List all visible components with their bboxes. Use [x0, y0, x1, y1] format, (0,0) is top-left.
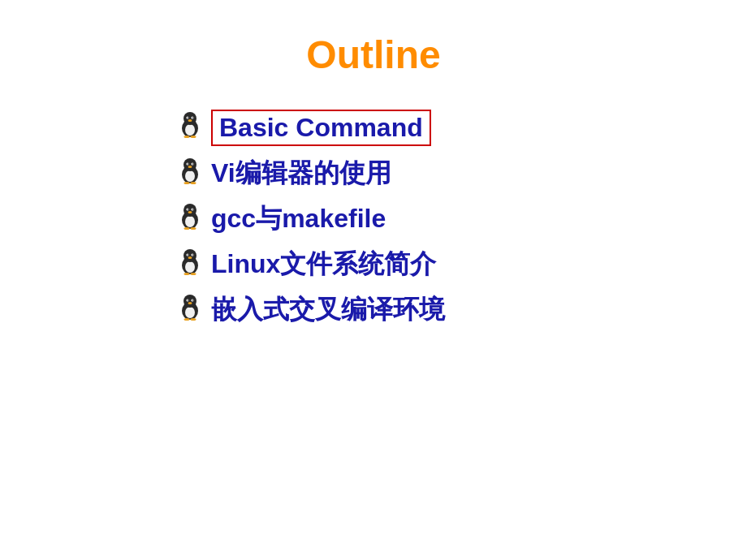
svg-point-48 — [184, 318, 190, 321]
svg-point-2 — [184, 112, 196, 125]
svg-point-22 — [184, 204, 196, 217]
svg-point-46 — [192, 299, 193, 300]
svg-point-31 — [185, 261, 195, 273]
svg-point-28 — [184, 227, 190, 230]
svg-point-6 — [192, 117, 193, 118]
svg-point-29 — [191, 227, 196, 230]
list-item-gcc-makefile: gcc与makefile — [179, 201, 445, 237]
svg-point-45 — [188, 299, 188, 300]
svg-point-15 — [188, 163, 188, 164]
svg-point-7 — [188, 119, 192, 122]
svg-point-19 — [191, 182, 196, 184]
penguin-icon — [179, 112, 201, 144]
svg-point-36 — [192, 254, 193, 255]
penguin-icon — [179, 158, 201, 190]
item-text-linux-filesystem: Linux文件系统简介 — [211, 247, 436, 282]
svg-point-17 — [188, 166, 192, 168]
svg-point-32 — [184, 249, 196, 262]
list-item-vi-editor: Vi编辑器的使用 — [179, 156, 445, 192]
svg-point-9 — [191, 136, 196, 138]
outline-list: Basic Command Vi编辑器的使用 — [179, 110, 445, 328]
penguin-icon — [179, 295, 201, 326]
svg-point-42 — [184, 295, 196, 308]
svg-point-38 — [184, 273, 190, 275]
penguin-icon — [179, 204, 201, 235]
svg-point-18 — [184, 182, 190, 184]
svg-point-27 — [188, 211, 192, 213]
list-item-basic-command: Basic Command — [179, 110, 445, 146]
list-item-linux-filesystem: Linux文件系统简介 — [179, 247, 445, 282]
svg-point-8 — [184, 136, 190, 138]
svg-point-21 — [185, 216, 195, 227]
penguin-icon — [179, 249, 201, 281]
svg-point-5 — [188, 117, 188, 118]
item-text-vi-editor: Vi编辑器的使用 — [211, 156, 391, 192]
svg-point-25 — [188, 209, 188, 209]
list-item-embedded-cross: 嵌入式交叉编译环境 — [179, 292, 445, 328]
svg-point-16 — [192, 163, 193, 164]
svg-point-49 — [191, 318, 196, 321]
svg-point-12 — [184, 158, 196, 171]
item-text-embedded-cross: 嵌入式交叉编译环境 — [211, 292, 445, 328]
svg-point-39 — [191, 273, 196, 275]
svg-point-35 — [188, 254, 188, 255]
svg-point-37 — [188, 256, 192, 259]
svg-point-41 — [185, 307, 195, 318]
svg-point-11 — [185, 170, 195, 182]
slide: Outline Basic Command — [0, 0, 747, 560]
item-text-gcc-makefile: gcc与makefile — [211, 201, 386, 237]
svg-point-1 — [185, 124, 195, 136]
slide-title: Outline — [306, 32, 440, 77]
svg-point-26 — [192, 209, 193, 209]
svg-point-47 — [188, 302, 192, 304]
item-text-basic-command: Basic Command — [211, 110, 431, 146]
